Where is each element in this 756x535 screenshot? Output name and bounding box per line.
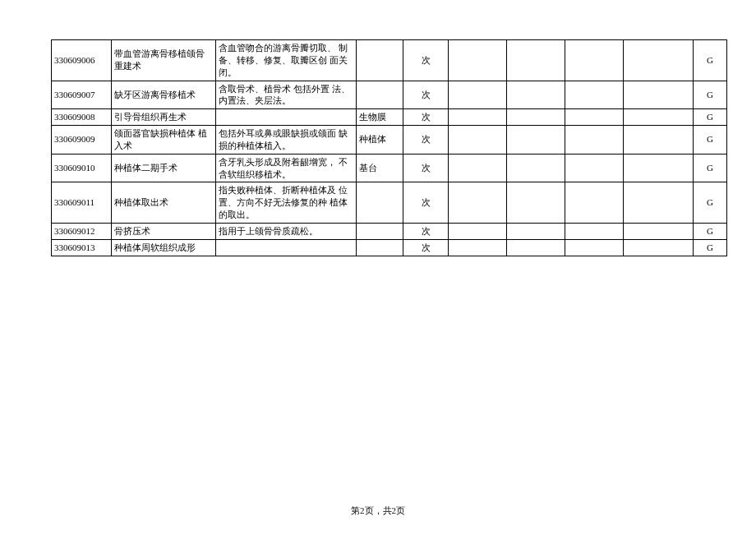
table-row: 330609013种植体周软组织成形次G — [52, 239, 727, 256]
name-cell: 带血管游离骨移植颌骨重建术 — [112, 40, 216, 81]
blank-cell — [565, 239, 624, 256]
code-cell: 330609010 — [52, 154, 112, 182]
desc-cell: 含取骨术、植骨术 包括外置 法、内置法、夹层法。 — [216, 81, 357, 109]
table-row: 330609010种植体二期手术含牙乳头形成及附着龈增宽， 不含软组织移植术。基… — [52, 154, 727, 182]
table-row: 330609012骨挤压术指用于上颌骨骨质疏松。次G — [52, 223, 727, 239]
table-row: 330609006带血管游离骨移植颌骨重建术含血管吻合的游离骨瓣切取、 制备、转… — [52, 40, 727, 81]
blank-cell — [449, 182, 507, 224]
code-cell: 330609008 — [52, 109, 112, 126]
blank-cell — [565, 126, 624, 155]
name-cell: 种植体二期手术 — [112, 154, 216, 182]
blank-cell — [507, 154, 565, 182]
desc-cell: 含牙乳头形成及附着龈增宽， 不含软组织移植术。 — [216, 154, 357, 182]
blank-cell — [565, 223, 624, 239]
blank-cell — [507, 109, 565, 126]
desc-cell — [216, 239, 357, 256]
note-cell — [357, 81, 403, 109]
blank-cell — [624, 154, 694, 182]
name-cell: 缺牙区游离骨移植术 — [112, 81, 216, 109]
note-cell: 基台 — [357, 154, 403, 182]
unit-cell: 次 — [403, 126, 449, 155]
code-cell: 330609011 — [52, 182, 112, 224]
code-cell: 330609009 — [52, 126, 112, 155]
blank-cell — [624, 40, 694, 81]
grade-cell: G — [694, 154, 727, 182]
note-cell — [357, 40, 403, 81]
name-cell: 引导骨组织再生术 — [112, 109, 216, 126]
grade-cell: G — [694, 182, 727, 224]
code-cell: 330609012 — [52, 223, 112, 239]
table-row: 330609007缺牙区游离骨移植术含取骨术、植骨术 包括外置 法、内置法、夹层… — [52, 81, 727, 109]
desc-cell: 指用于上颌骨骨质疏松。 — [216, 223, 357, 239]
name-cell: 骨挤压术 — [112, 223, 216, 239]
blank-cell — [624, 239, 694, 256]
unit-cell: 次 — [403, 223, 449, 239]
unit-cell: 次 — [403, 81, 449, 109]
table-row: 330609009颌面器官缺损种植体 植入术包括外耳或鼻或眼缺损或颌面 缺损的种… — [52, 126, 727, 155]
blank-cell — [449, 223, 507, 239]
note-cell: 生物膜 — [357, 109, 403, 126]
blank-cell — [565, 182, 624, 224]
blank-cell — [449, 239, 507, 256]
table-row: 330609008引导骨组织再生术生物膜次G — [52, 109, 727, 126]
blank-cell — [565, 40, 624, 81]
blank-cell — [624, 81, 694, 109]
blank-cell — [507, 239, 565, 256]
note-cell — [357, 223, 403, 239]
code-cell: 330609006 — [52, 40, 112, 81]
blank-cell — [565, 81, 624, 109]
blank-cell — [507, 126, 565, 155]
note-cell — [357, 182, 403, 224]
desc-cell: 包括外耳或鼻或眼缺损或颌面 缺损的种植体植入。 — [216, 126, 357, 155]
blank-cell — [449, 81, 507, 109]
grade-cell: G — [694, 81, 727, 109]
name-cell: 种植体周软组织成形 — [112, 239, 216, 256]
desc-cell — [216, 109, 357, 126]
grade-cell: G — [694, 126, 727, 155]
blank-cell — [449, 40, 507, 81]
price-table: 330609006带血管游离骨移植颌骨重建术含血管吻合的游离骨瓣切取、 制备、转… — [51, 39, 727, 256]
grade-cell: G — [694, 239, 727, 256]
name-cell: 颌面器官缺损种植体 植入术 — [112, 126, 216, 155]
blank-cell — [507, 223, 565, 239]
note-cell — [357, 239, 403, 256]
blank-cell — [624, 223, 694, 239]
blank-cell — [565, 109, 624, 126]
blank-cell — [507, 182, 565, 224]
blank-cell — [565, 154, 624, 182]
grade-cell: G — [694, 109, 727, 126]
unit-cell: 次 — [403, 239, 449, 256]
blank-cell — [624, 126, 694, 155]
blank-cell — [507, 40, 565, 81]
unit-cell: 次 — [403, 182, 449, 224]
blank-cell — [449, 126, 507, 155]
unit-cell: 次 — [403, 40, 449, 81]
unit-cell: 次 — [403, 109, 449, 126]
unit-cell: 次 — [403, 154, 449, 182]
code-cell: 330609013 — [52, 239, 112, 256]
grade-cell: G — [694, 40, 727, 81]
desc-cell: 含血管吻合的游离骨瓣切取、 制备、转移、修复、取瓣区创 面关闭。 — [216, 40, 357, 81]
blank-cell — [449, 154, 507, 182]
note-cell: 种植体 — [357, 126, 403, 155]
blank-cell — [507, 81, 565, 109]
blank-cell — [624, 182, 694, 224]
blank-cell — [449, 109, 507, 126]
code-cell: 330609007 — [52, 81, 112, 109]
grade-cell: G — [694, 223, 727, 239]
page-footer: 第2页，共2页 — [0, 505, 756, 517]
name-cell: 种植体取出术 — [112, 182, 216, 224]
blank-cell — [624, 109, 694, 126]
desc-cell: 指失败种植体、折断种植体及 位置、方向不好无法修复的种 植体的取出。 — [216, 182, 357, 224]
table-row: 330609011种植体取出术指失败种植体、折断种植体及 位置、方向不好无法修复… — [52, 182, 727, 224]
